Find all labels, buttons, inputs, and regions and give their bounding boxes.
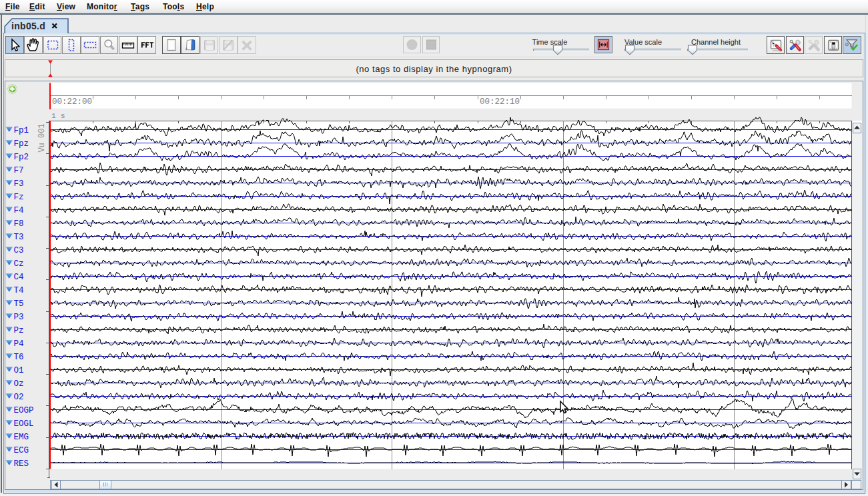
- svg-text:00:22:10: 00:22:10: [480, 97, 520, 107]
- svg-text:EOGL: EOGL: [14, 419, 34, 429]
- svg-text:T6: T6: [14, 353, 24, 362]
- svg-text:Cz: Cz: [14, 259, 24, 269]
- svg-text:T4: T4: [14, 286, 24, 295]
- svg-text:P3: P3: [14, 313, 24, 322]
- svg-text:T3: T3: [14, 233, 24, 242]
- svg-text:Fp2: Fp2: [14, 153, 29, 162]
- svg-text:00:22:00: 00:22:00: [52, 97, 92, 107]
- svg-text:O1: O1: [14, 366, 24, 375]
- svg-text:F7: F7: [14, 166, 24, 175]
- svg-text:Pz: Pz: [14, 326, 24, 335]
- svg-text:Oz: Oz: [14, 379, 24, 389]
- svg-text:ECG: ECG: [14, 446, 29, 455]
- svg-text:O2: O2: [14, 393, 24, 402]
- svg-text:EOGP: EOGP: [14, 406, 34, 415]
- svg-text:C4: C4: [14, 273, 24, 282]
- svg-text:RES: RES: [14, 459, 29, 469]
- svg-text:C3: C3: [14, 246, 24, 255]
- svg-text:F4: F4: [14, 206, 24, 215]
- svg-text:Fp1: Fp1: [14, 126, 29, 135]
- svg-text:P4: P4: [14, 339, 24, 349]
- svg-text:Fpz: Fpz: [14, 139, 29, 149]
- svg-text:Vu 001: Vu 001: [37, 123, 47, 152]
- svg-text:Fz: Fz: [14, 193, 24, 202]
- svg-text:T5: T5: [14, 299, 24, 309]
- svg-text:F3: F3: [14, 179, 24, 189]
- svg-text:EMG: EMG: [14, 433, 29, 442]
- svg-text:1 s: 1 s: [51, 111, 65, 120]
- svg-text:F8: F8: [14, 219, 24, 229]
